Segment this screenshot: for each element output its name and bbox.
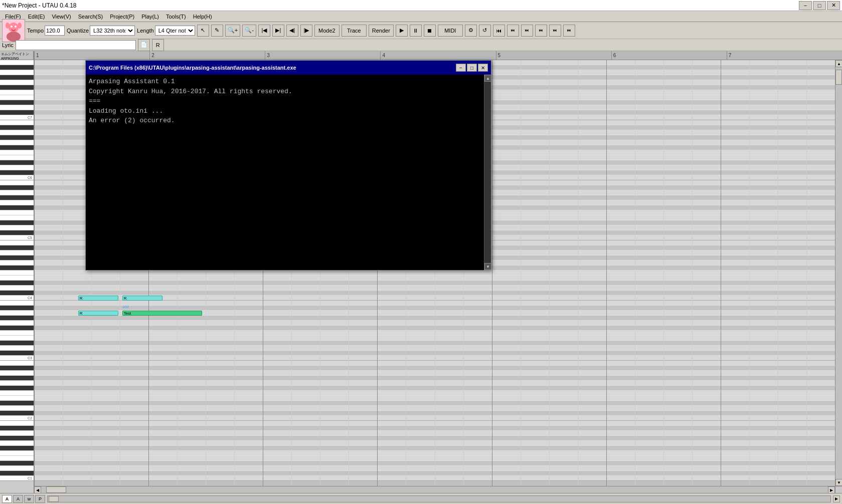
piano-key-Gb6[interactable] [0, 145, 34, 150]
rewind-button[interactable]: |◀ [258, 25, 270, 37]
scroll-left-button[interactable]: ◀ [34, 486, 41, 493]
piano-key-D1[interactable] [0, 466, 34, 471]
piano-key-A3[interactable] [0, 311, 34, 316]
pb-btn4[interactable]: ⏭ [549, 25, 561, 37]
piano-key-F1[interactable] [0, 451, 34, 456]
scroll-up-button[interactable]: ▲ [835, 60, 842, 67]
console-maximize-button[interactable]: □ [467, 64, 477, 72]
scroll-right-button[interactable]: ▶ [828, 486, 835, 493]
piano-key-Ab5[interactable] [0, 195, 34, 200]
tab-w[interactable]: w [24, 495, 34, 503]
piano-key-A1[interactable] [0, 431, 34, 436]
piano-key-C1[interactable]: C1 [0, 476, 34, 481]
pb-btn2[interactable]: ⏭ [521, 25, 533, 37]
close-button[interactable]: ✕ [827, 1, 840, 10]
console-scroll-down[interactable]: ▼ [484, 263, 491, 270]
piano-key-Db2[interactable] [0, 411, 34, 416]
console-close-button[interactable]: ✕ [478, 64, 488, 72]
piano-key-Gb2[interactable] [0, 386, 34, 391]
lyric-input[interactable] [16, 40, 136, 50]
pb-btn3[interactable]: ⏭ [535, 25, 547, 37]
piano-key-B5[interactable] [0, 180, 34, 185]
piano-key-D3[interactable] [0, 346, 34, 351]
piano-key-Bb3[interactable] [0, 306, 34, 311]
piano-key-Ab6[interactable] [0, 135, 34, 140]
midi-btn4[interactable]: ⏮ [493, 25, 505, 37]
menu-edit[interactable]: Edit(E) [25, 13, 48, 21]
prev-button[interactable]: ◀| [286, 25, 298, 37]
piano-key-Eb3[interactable] [0, 341, 34, 346]
piano-key-Gb7[interactable] [0, 85, 34, 90]
piano-key-F3[interactable] [0, 331, 34, 336]
piano-key-Ab7[interactable] [0, 75, 34, 80]
trace-button[interactable]: Trace [342, 25, 367, 37]
piano-key-E1[interactable] [0, 456, 34, 461]
piano-key-A2[interactable] [0, 371, 34, 376]
midi-btn3[interactable]: ↺ [479, 25, 491, 37]
bottom-scroll-thumb[interactable] [49, 496, 59, 502]
piano-key-C5[interactable]: C5 [0, 235, 34, 240]
fast-forward-button[interactable]: ▶| [272, 25, 284, 37]
tab-a2[interactable]: A [13, 495, 23, 503]
piano-key-C6[interactable]: C6 [0, 175, 34, 180]
scroll-thumb-horizontal[interactable] [46, 486, 66, 493]
piano-key-A4[interactable] [0, 250, 34, 256]
zoom-out-button[interactable]: 🔍- [242, 25, 256, 37]
length-select[interactable]: L4 Qter note [155, 26, 195, 36]
piano-key-B3[interactable] [0, 301, 34, 306]
piano-key-Gb5[interactable] [0, 205, 34, 210]
piano-key-D6[interactable] [0, 165, 34, 170]
piano-key-C7[interactable]: C7 [0, 115, 34, 120]
piano-key-F6[interactable] [0, 150, 34, 155]
piano-key-Ab1[interactable] [0, 436, 34, 441]
piano-key-E4[interactable] [0, 276, 34, 281]
piano-key-Db1[interactable] [0, 471, 34, 476]
note-block-0[interactable]: R [78, 296, 118, 301]
piano-key-G7[interactable] [0, 80, 34, 85]
piano-key-Eb2[interactable] [0, 401, 34, 406]
piano-key-B6[interactable] [0, 120, 34, 125]
piano-key-C4[interactable]: C4 [0, 296, 34, 301]
piano-key-G3[interactable] [0, 321, 34, 326]
render-button[interactable]: Render [369, 25, 394, 37]
zoom-in-button[interactable]: 🔍+ [225, 25, 240, 37]
menu-view[interactable]: View(V) [49, 13, 74, 21]
piano-key-D5[interactable] [0, 225, 34, 230]
piano-key-A7[interactable] [0, 70, 34, 75]
lyric-btn1[interactable]: 📄 [138, 39, 150, 51]
piano-key-C2[interactable]: C2 [0, 416, 34, 421]
piano-key-A6[interactable] [0, 130, 34, 135]
piano-key-E5[interactable] [0, 215, 34, 220]
console-scroll-up[interactable]: ▲ [484, 75, 491, 82]
piano-key-Bb1[interactable] [0, 426, 34, 431]
piano-key-D4[interactable] [0, 286, 34, 291]
piano-key-Db3[interactable] [0, 351, 34, 356]
piano-key-A5[interactable] [0, 190, 34, 195]
midi-button[interactable]: MIDI [438, 25, 463, 37]
piano-key-Bb2[interactable] [0, 366, 34, 371]
minimize-button[interactable]: − [799, 1, 812, 10]
menu-help[interactable]: Help(H) [190, 13, 215, 21]
note-block-2[interactable]: R [78, 311, 118, 316]
piano-key-E6[interactable] [0, 155, 34, 160]
console-title-bar[interactable]: C:\Program Files (x86)\UTAU\plugins\arpa… [86, 61, 491, 75]
piano-key-Eb1[interactable] [0, 461, 34, 466]
quantize-select[interactable]: L32 32th note [90, 26, 135, 36]
piano-key-F7[interactable] [0, 90, 34, 95]
piano-key-Eb7[interactable] [0, 100, 34, 105]
console-minimize-button[interactable]: − [456, 64, 466, 72]
bottom-scroll-track[interactable] [47, 495, 831, 502]
console-scrollbar[interactable]: ▲ ▼ [484, 75, 491, 270]
piano-key-F5[interactable] [0, 210, 34, 215]
horizontal-scrollbar[interactable]: ◀ ▶ [34, 486, 835, 493]
piano-key-Ab4[interactable] [0, 256, 34, 261]
tempo-input[interactable] [45, 26, 65, 36]
piano-key-G6[interactable] [0, 140, 34, 145]
piano-key-Gb4[interactable] [0, 266, 34, 271]
piano-key-Bb7[interactable] [0, 65, 34, 70]
piano-key-E3[interactable] [0, 336, 34, 341]
vertical-scrollbar[interactable]: ▲ ▼ [835, 60, 842, 486]
piano-key-Bb4[interactable] [0, 245, 34, 250]
piano-key-Db5[interactable] [0, 230, 34, 235]
cursor-tool-button[interactable]: ↖ [197, 25, 209, 37]
